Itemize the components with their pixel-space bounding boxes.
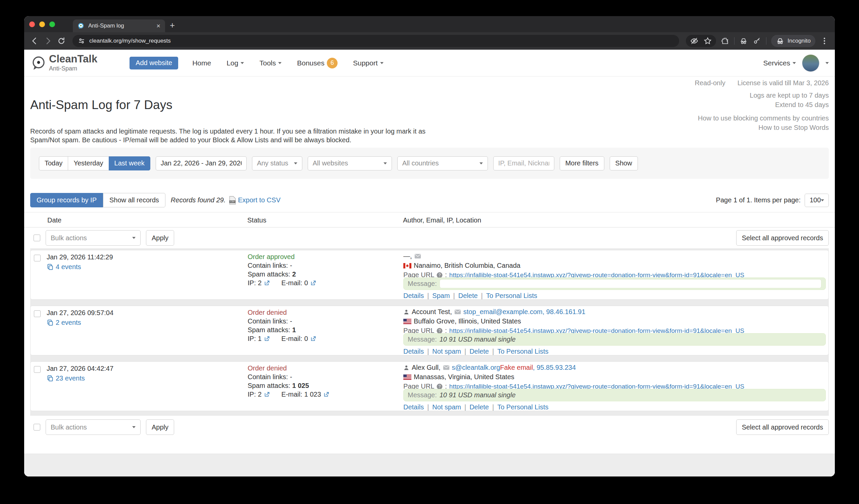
- details-link[interactable]: Details: [403, 292, 424, 300]
- author-email-link[interactable]: s@cleantalk.org: [452, 364, 500, 371]
- chevron-down-icon: [383, 163, 387, 164]
- svg-text:CSV: CSV: [230, 200, 235, 203]
- nav-tools[interactable]: Tools: [259, 59, 282, 67]
- record-row-1: Jan 29, 2026 11:42:29 4 events Order app…: [30, 250, 829, 300]
- show-all-records-button[interactable]: Show all records: [103, 193, 165, 208]
- password-key-icon[interactable]: [753, 36, 762, 45]
- author-ip[interactable]: , 95.85.93.234: [533, 364, 576, 371]
- chevron-down-icon: [241, 62, 244, 64]
- nav-home[interactable]: Home: [192, 59, 211, 67]
- more-filters-button[interactable]: More filters: [560, 156, 604, 170]
- select-all-approved-button[interactable]: Select all approved records: [736, 419, 829, 435]
- tab-title: Anti-Spam log: [88, 22, 152, 29]
- eye-off-icon[interactable]: [690, 36, 698, 45]
- to-personal-lists-link[interactable]: To Personal Lists: [497, 403, 548, 411]
- external-link-icon[interactable]: [264, 336, 270, 342]
- address-bar[interactable]: cleantalk.org/my/show_requests: [73, 35, 679, 47]
- search-input[interactable]: [493, 156, 554, 170]
- spam-link[interactable]: Spam: [432, 292, 450, 300]
- select-all-checkbox[interactable]: [33, 234, 40, 241]
- author-email-link[interactable]: stop_email@example.com: [463, 308, 543, 316]
- bonuses-badge: 6: [327, 58, 337, 68]
- tab-close-icon[interactable]: ×: [156, 22, 161, 29]
- row-checkbox[interactable]: [34, 366, 41, 373]
- flag-usa-icon: [403, 319, 411, 324]
- nav-log[interactable]: Log: [226, 59, 244, 67]
- toolbar-divider: [766, 37, 766, 45]
- chevron-down-icon: [821, 199, 824, 201]
- site-info-icon[interactable]: [77, 36, 86, 45]
- date-range-input[interactable]: [156, 156, 247, 170]
- items-per-page-select[interactable]: 100: [805, 194, 829, 207]
- events-link[interactable]: 2 events: [47, 319, 81, 326]
- nav-support[interactable]: Support: [353, 59, 383, 67]
- add-website-button[interactable]: Add website: [130, 57, 178, 70]
- select-all-checkbox[interactable]: [33, 424, 40, 430]
- not-spam-link[interactable]: Not spam: [432, 348, 461, 355]
- website-select[interactable]: All websites: [308, 156, 392, 170]
- export-csv-link[interactable]: CSV Export to CSV: [229, 196, 281, 205]
- account-chevron-down-icon[interactable]: [826, 62, 829, 64]
- apply-button[interactable]: Apply: [146, 419, 174, 435]
- events-link[interactable]: 23 events: [47, 375, 85, 382]
- last-week-button[interactable]: Last week: [109, 156, 150, 170]
- how-blocking-countries-link[interactable]: How to use blocking comments by countrie…: [698, 113, 829, 123]
- avatar[interactable]: [802, 55, 819, 72]
- author-ip[interactable]: , 98.46.161.91: [543, 308, 586, 316]
- window-zoom-button[interactable]: [49, 21, 55, 27]
- cleantalk-logo[interactable]: CleanTalk Anti-Spam: [30, 54, 97, 72]
- message-input[interactable]: [440, 279, 822, 288]
- browser-tab[interactable]: Anti-Spam log ×: [73, 19, 165, 32]
- new-tab-button[interactable]: +: [170, 21, 175, 30]
- question-icon[interactable]: ?: [437, 272, 442, 278]
- external-link-icon[interactable]: [323, 391, 330, 398]
- details-link[interactable]: Details: [403, 348, 424, 355]
- country-select[interactable]: All countries: [397, 156, 488, 170]
- details-link[interactable]: Details: [403, 403, 424, 411]
- group-by-ip-button[interactable]: Group records by IP: [30, 193, 103, 208]
- today-button[interactable]: Today: [39, 156, 68, 170]
- record-actions: Details| Not spam| Delete| To Personal L…: [403, 403, 548, 411]
- row-checkbox[interactable]: [34, 310, 41, 317]
- row-checkbox[interactable]: [34, 255, 41, 261]
- reload-icon[interactable]: [57, 36, 66, 45]
- extend-link[interactable]: Extend to 45 days: [698, 100, 829, 109]
- question-icon[interactable]: ?: [437, 383, 442, 390]
- delete-link[interactable]: Delete: [469, 348, 489, 355]
- question-icon[interactable]: ?: [437, 328, 442, 334]
- external-link-icon[interactable]: [264, 391, 270, 398]
- apply-button[interactable]: Apply: [146, 230, 174, 246]
- services-menu[interactable]: Services: [763, 59, 796, 67]
- bulk-actions-select[interactable]: Bulk actions: [46, 419, 140, 435]
- events-link[interactable]: 4 events: [47, 263, 81, 271]
- window-close-button[interactable]: [29, 21, 35, 27]
- license-text: License is valid till Mar 3, 2026: [738, 79, 829, 87]
- to-personal-lists-link[interactable]: To Personal Lists: [497, 348, 548, 355]
- column-status: Status: [247, 216, 267, 224]
- delete-link[interactable]: Delete: [469, 403, 489, 411]
- window-minimize-button[interactable]: [39, 21, 45, 27]
- svg-text:?: ?: [439, 273, 441, 277]
- to-personal-lists-link[interactable]: To Personal Lists: [486, 292, 537, 300]
- external-link-icon[interactable]: [264, 280, 270, 286]
- show-button[interactable]: Show: [610, 156, 638, 170]
- status-label: Order denied: [247, 364, 287, 372]
- delete-link[interactable]: Delete: [458, 292, 478, 300]
- menu-dots-icon[interactable]: [820, 36, 829, 45]
- flag-usa-icon: [403, 375, 411, 380]
- forward-icon[interactable]: [44, 36, 52, 45]
- not-spam-link[interactable]: Not spam: [432, 403, 461, 411]
- bulk-actions-select[interactable]: Bulk actions: [46, 230, 140, 246]
- nav-bonuses[interactable]: Bonuses6: [297, 58, 337, 68]
- extensions-icon[interactable]: [721, 36, 729, 45]
- back-icon[interactable]: [30, 36, 39, 45]
- external-link-icon[interactable]: [310, 280, 316, 286]
- incognito-icon[interactable]: [739, 36, 748, 45]
- bookmark-star-icon[interactable]: [703, 36, 712, 45]
- external-link-icon[interactable]: [310, 336, 316, 342]
- status-select[interactable]: Any status: [252, 156, 302, 170]
- select-all-approved-button[interactable]: Select all approved records: [736, 230, 829, 246]
- yesterday-button[interactable]: Yesterday: [68, 156, 108, 170]
- how-stop-words-link[interactable]: How to use Stop Words: [698, 123, 829, 132]
- incognito-icon: [776, 36, 784, 45]
